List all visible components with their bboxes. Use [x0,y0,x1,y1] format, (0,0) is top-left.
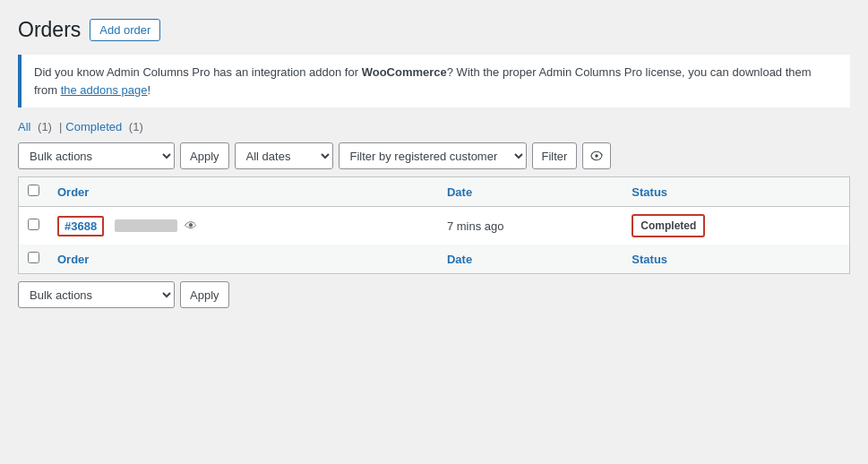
order-number-link[interactable]: #3688 [64,219,97,233]
orders-table: Order Date Status #3688 👁 [18,176,850,274]
row-status-cell: Completed [623,207,849,245]
notice-woocommerce: WooCommerce [362,65,447,79]
bulk-actions-select-top[interactable]: Bulk actions [18,142,175,169]
completed-count: (1) [129,120,143,133]
col-header-status: Status [623,177,849,207]
table-row: #3688 👁 7 mins ago Completed [19,207,850,245]
eye-icon: 👁 [185,219,197,233]
order-customer-name-blurred [115,219,177,232]
all-count: (1) [38,120,52,133]
addons-page-link[interactable]: the addons page [61,83,148,97]
tablenav-top: Bulk actions Apply All dates Filter by r… [18,142,850,169]
status-badge: Completed [632,214,705,237]
select-all-checkbox-bottom[interactable] [28,252,39,263]
col-header-date[interactable]: Date [438,177,623,207]
col-footer-date[interactable]: Date [438,245,623,274]
col-footer-status: Status [623,245,849,274]
customer-filter-select[interactable]: Filter by registered customer [339,142,527,169]
notice-text-end: ! [148,83,151,97]
tablenav-bottom: Bulk actions Apply [18,281,850,308]
table-header-row: Order Date Status [19,177,850,207]
filter-links: All (1) | Completed (1) [18,120,850,133]
row-order-cell: #3688 👁 [48,207,438,245]
notice-text-before: Did you know Admin Columns Pro has an in… [34,65,362,79]
order-number-box: #3688 [57,216,104,236]
apply-button-top[interactable]: Apply [180,142,229,169]
filter-link-all[interactable]: All (1) [18,120,56,133]
page-title: Orders [18,18,81,42]
gear-icon [590,150,603,162]
settings-button[interactable] [582,142,611,169]
select-all-checkbox-top[interactable] [28,185,39,196]
table-footer-row: Order Date Status [19,245,850,274]
col-footer-order[interactable]: Order [48,245,438,274]
bulk-actions-select-bottom[interactable]: Bulk actions [18,281,175,308]
apply-button-bottom[interactable]: Apply [180,281,229,308]
row-checkbox-cell [19,207,49,245]
filter-button[interactable]: Filter [532,142,578,169]
row-date-cell: 7 mins ago [438,207,623,245]
add-order-button[interactable]: Add order [90,19,160,41]
col-header-cb [19,177,49,207]
admin-notice: Did you know Admin Columns Pro has an in… [18,55,850,107]
filter-link-completed[interactable]: Completed (1) [65,120,146,133]
row-checkbox[interactable] [28,219,39,230]
col-header-order[interactable]: Order [48,177,438,207]
col-footer-cb [19,245,49,274]
dates-select[interactable]: All dates [235,142,333,169]
